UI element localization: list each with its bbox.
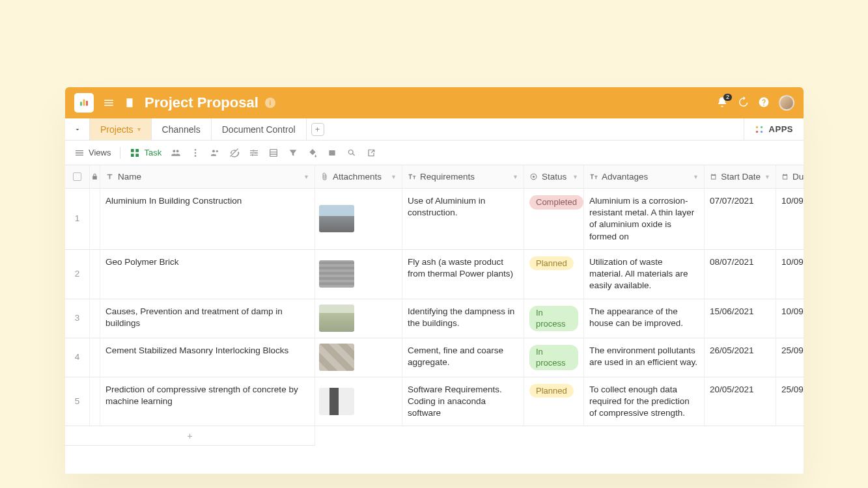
document-icon	[124, 97, 135, 109]
tab-channels[interactable]: Channels	[152, 118, 212, 140]
attachment-thumbnail[interactable]	[319, 205, 354, 232]
notifications-button[interactable]: 2	[716, 96, 728, 110]
advantages-cell[interactable]: The appearance of the house can be impro…	[584, 299, 705, 338]
row-number[interactable]: 2	[65, 250, 90, 299]
tabs-row: Projects ▾ Channels Document Control + A…	[65, 118, 804, 141]
name-cell[interactable]: Aluminium In Building Construction	[100, 189, 315, 250]
status-badge: Planned	[529, 256, 574, 271]
history-icon[interactable]	[737, 96, 749, 110]
attachment-thumbnail[interactable]	[319, 305, 354, 332]
fill-color-icon[interactable]	[307, 148, 318, 158]
export-icon[interactable]	[366, 148, 376, 158]
row-number[interactable]: 3	[65, 299, 90, 338]
requirements-cell[interactable]: Cement, fine and coarse aggregate.	[402, 338, 524, 377]
column-header-advantages[interactable]: Advantages ▼	[584, 165, 705, 189]
name-cell[interactable]: Geo Polymer Brick	[100, 250, 315, 299]
requirements-cell[interactable]: Use of Aluminium in construction.	[402, 189, 524, 250]
advantages-cell[interactable]: The environment pollutants are used in a…	[584, 338, 705, 377]
lock-cell	[90, 189, 100, 250]
hamburger-icon[interactable]	[103, 97, 115, 109]
select-all-checkbox[interactable]	[65, 165, 90, 189]
app-logo[interactable]	[74, 93, 94, 113]
views-button[interactable]: Views	[74, 148, 111, 158]
advantages-cell[interactable]: To collect enough data required for the …	[584, 377, 705, 427]
attachment-thumbnail[interactable]	[319, 344, 354, 371]
page-title[interactable]: Project Proposal	[145, 94, 259, 111]
card-icon[interactable]	[327, 148, 337, 158]
start-date-cell[interactable]: 20/05/2021	[705, 377, 776, 427]
tab-document-control[interactable]: Document Control	[212, 118, 307, 140]
status-cell[interactable]: In process	[524, 338, 584, 377]
column-header-due-date[interactable]: Due Date ▼	[776, 165, 804, 189]
hide-icon[interactable]	[229, 148, 240, 158]
help-icon[interactable]	[758, 96, 770, 110]
column-header-requirements[interactable]: Requirements ▼	[402, 165, 524, 189]
share-users-icon[interactable]	[210, 148, 220, 158]
column-header-start-date[interactable]: Start Date ▼	[705, 165, 776, 189]
tab-projects[interactable]: Projects ▾	[90, 118, 152, 140]
name-cell[interactable]: Prediction of compressive strength of co…	[100, 377, 315, 427]
sliders-icon[interactable]	[249, 148, 259, 158]
attachment-cell[interactable]	[315, 189, 402, 250]
start-date-cell[interactable]: 07/07/2021	[705, 189, 776, 250]
status-cell[interactable]: Planned	[524, 250, 584, 299]
row-number[interactable]: 4	[65, 338, 90, 377]
user-avatar[interactable]	[779, 95, 794, 111]
requirements-text: Cement, fine and coarse aggregate.	[408, 345, 518, 368]
status-badge: In process	[529, 345, 578, 370]
due-date-cell[interactable]: 25/09/2021	[776, 377, 804, 427]
column-header-status[interactable]: Status ▼	[524, 165, 584, 189]
task-view-button[interactable]: Task	[130, 148, 161, 158]
header-label: Due Date	[792, 172, 804, 182]
column-header-name[interactable]: Name ▼	[100, 165, 315, 189]
name-cell[interactable]: Cement Stabilized Masonry Interlocking B…	[100, 338, 315, 377]
svg-point-17	[533, 176, 535, 178]
due-date-cell[interactable]: 10/09/2021	[776, 189, 804, 250]
row-number[interactable]: 1	[65, 189, 90, 250]
requirements-cell[interactable]: Software Requirements. Coding in anacond…	[402, 377, 524, 427]
attachment-cell[interactable]	[315, 299, 402, 338]
status-badge: Planned	[529, 384, 574, 398]
requirements-text: Use of Aluminium in construction.	[408, 195, 518, 219]
name-text: Cement Stabilized Masonry Interlocking B…	[105, 345, 288, 357]
requirements-cell[interactable]: Identifying the dampness in the building…	[402, 299, 524, 338]
filter-icon[interactable]	[288, 148, 298, 158]
start-date-cell[interactable]: 15/06/2021	[705, 299, 776, 338]
row-height-icon[interactable]	[268, 148, 279, 158]
app-window: Project Proposal i 2 Projects ▾ Cha	[65, 87, 804, 474]
advantages-cell[interactable]: Aluminium is a corrosion-resistant metal…	[584, 189, 705, 250]
due-date-cell[interactable]: 10/09/2021	[776, 250, 804, 299]
search-icon[interactable]	[346, 148, 357, 158]
requirements-cell[interactable]: Fly ash (a waste product from thermal Po…	[402, 250, 524, 299]
attachment-cell[interactable]	[315, 377, 402, 427]
requirements-text: Fly ash (a waste product from thermal Po…	[408, 256, 518, 280]
attachment-thumbnail[interactable]	[319, 388, 354, 415]
start-date-cell[interactable]: 26/05/2021	[705, 338, 776, 377]
add-tab-button[interactable]: +	[307, 118, 329, 140]
svg-point-9	[253, 150, 255, 152]
attachment-cell[interactable]	[315, 250, 402, 299]
lock-column-icon[interactable]	[90, 165, 100, 189]
attachment-cell[interactable]	[315, 338, 402, 377]
apps-button[interactable]: APPS	[744, 118, 804, 140]
name-cell[interactable]: Causes, Prevention and treatment of damp…	[100, 299, 315, 338]
members-icon[interactable]	[171, 148, 181, 158]
start-date-cell[interactable]: 08/07/2021	[705, 250, 776, 299]
advantages-cell[interactable]: Utilization of waste material. All mater…	[584, 250, 705, 299]
svg-point-6	[195, 155, 197, 157]
svg-point-2	[755, 130, 758, 133]
status-cell[interactable]: In process	[524, 299, 584, 338]
status-cell[interactable]: Completed	[524, 189, 584, 250]
attachment-thumbnail[interactable]	[319, 260, 354, 288]
status-cell[interactable]: Planned	[524, 377, 584, 427]
row-number[interactable]: 5	[65, 377, 90, 427]
info-icon[interactable]: i	[265, 98, 275, 108]
column-header-attachments[interactable]: Attachments ▼	[315, 165, 402, 189]
more-icon[interactable]	[190, 148, 201, 158]
add-row-button[interactable]: +	[65, 426, 315, 446]
expand-toggle[interactable]	[65, 118, 90, 140]
svg-point-5	[195, 152, 197, 154]
due-date-cell[interactable]: 25/09/2021	[776, 338, 804, 377]
requirements-text: Software Requirements. Coding in anacond…	[408, 384, 518, 420]
due-date-cell[interactable]: 10/09/2021	[776, 299, 804, 338]
